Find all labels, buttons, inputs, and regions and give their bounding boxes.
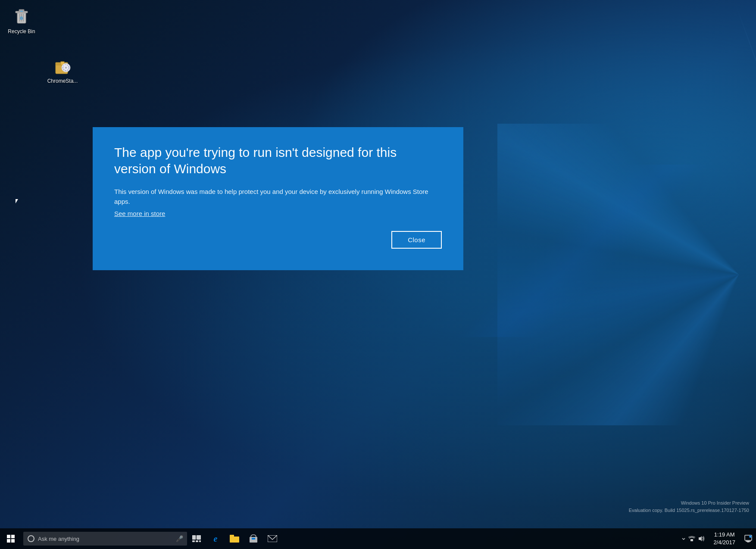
file-explorer-icon (230, 535, 239, 543)
chrome-setup-label: ChromeSta... (47, 78, 78, 85)
windows-watermark: Windows 10 Pro Insider Preview Evaluatio… (629, 499, 749, 515)
dialog-close-button[interactable]: Close (391, 231, 442, 249)
task-view-icon (192, 535, 201, 542)
action-center-icon: 2 (744, 535, 752, 543)
dialog-title: The app you're trying to run isn't desig… (114, 144, 442, 177)
svg-text:♻: ♻ (19, 16, 23, 21)
network-icon (688, 536, 695, 542)
svg-rect-17 (192, 535, 196, 540)
app-error-dialog: The app you're trying to run isn't desig… (93, 127, 463, 270)
svg-rect-15 (7, 539, 10, 543)
start-button[interactable] (0, 528, 22, 549)
mail-icon (268, 535, 277, 542)
svg-rect-23 (230, 535, 234, 537)
taskbar: Ask me anything 🎤 e (0, 528, 756, 549)
svg-rect-31 (747, 542, 750, 543)
svg-rect-20 (196, 540, 198, 542)
recycle-bin-label: Recycle Bin (8, 28, 35, 35)
watermark-line2: Evaluation copy. Build 15025.rs_prerelea… (629, 507, 749, 515)
svg-rect-25 (252, 538, 255, 540)
edge-icon: e (214, 534, 218, 544)
action-center-button[interactable]: 2 (740, 528, 756, 549)
svg-rect-14 (11, 535, 15, 538)
clock-time: 1:19 AM (714, 531, 735, 539)
svg-rect-24 (250, 537, 257, 543)
svg-rect-13 (7, 535, 10, 538)
tray-icons-area (678, 536, 708, 542)
svg-rect-21 (199, 540, 201, 542)
svg-rect-30 (746, 541, 751, 542)
desktop-icon-chrome-setup[interactable]: ChromeSta... (45, 54, 80, 87)
expand-icon (681, 537, 686, 541)
windows-logo-background (368, 0, 756, 549)
tray-expand-button[interactable] (681, 537, 686, 541)
desktop-icon-recycle-bin[interactable]: ♻ Recycle Bin (4, 4, 39, 37)
microphone-icon[interactable]: 🎤 (176, 534, 183, 543)
task-view-button[interactable] (187, 529, 206, 548)
volume-tray-icon[interactable] (698, 536, 705, 542)
dialog-actions: Close (114, 231, 442, 249)
search-placeholder-text: Ask me anything (38, 536, 176, 542)
svg-rect-19 (192, 540, 195, 542)
clock-date: 2/4/2017 (713, 539, 735, 546)
search-circle-icon (28, 535, 34, 542)
windows-store-button[interactable] (244, 529, 263, 548)
svg-rect-27 (690, 539, 693, 541)
chrome-setup-icon (52, 56, 73, 76)
edge-browser-button[interactable]: e (206, 529, 225, 548)
svg-point-12 (65, 67, 67, 69)
svg-rect-18 (197, 535, 201, 540)
search-bar[interactable]: Ask me anything 🎤 (23, 532, 187, 546)
dialog-store-link[interactable]: See more in store (114, 210, 442, 217)
clock-area[interactable]: 1:19 AM 2/4/2017 (708, 528, 740, 549)
svg-marker-28 (699, 536, 702, 541)
volume-icon (698, 536, 705, 542)
svg-rect-16 (11, 539, 15, 543)
windows-logo-icon (7, 535, 15, 543)
watermark-line1: Windows 10 Pro Insider Preview (629, 499, 749, 507)
mail-button[interactable] (263, 529, 282, 548)
network-tray-icon[interactable] (688, 536, 695, 542)
file-explorer-button[interactable] (225, 529, 244, 548)
store-icon (249, 534, 258, 543)
system-tray: 1:19 AM 2/4/2017 2 (678, 528, 756, 549)
svg-rect-22 (230, 537, 239, 543)
recycle-bin-icon: ♻ (11, 6, 32, 27)
dialog-body: This version of Windows was made to help… (114, 187, 442, 206)
